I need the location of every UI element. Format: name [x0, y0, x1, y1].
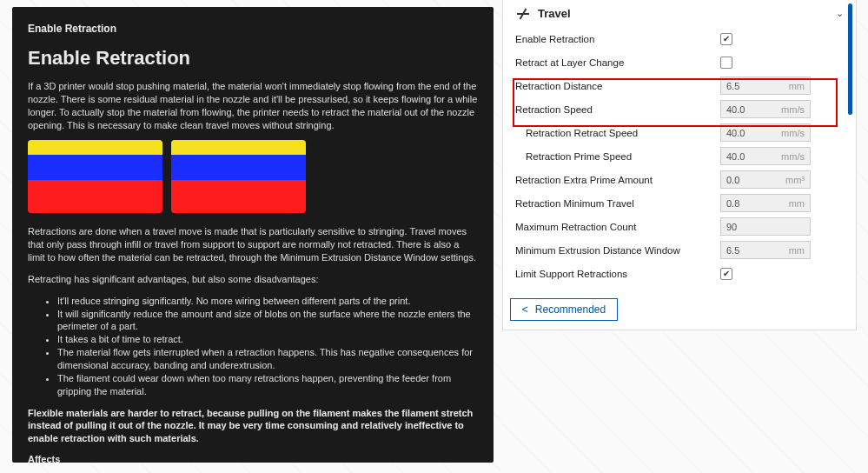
recommended-button[interactable]: < Recommended [510, 298, 618, 321]
tooltip-bullets: It'll reduce stringing significantly. No… [57, 295, 478, 398]
setting-unit: mm [789, 81, 805, 91]
chevron-down-icon: ⌄ [836, 8, 844, 19]
tooltip-bullet: It takes a bit of time to retract. [57, 333, 478, 346]
setting-value: 90 [726, 222, 737, 232]
setting-checkbox[interactable] [720, 57, 732, 69]
setting-field[interactable]: 90 [720, 217, 811, 236]
setting-checkbox[interactable] [720, 268, 732, 280]
setting-unit: mm/s [781, 151, 805, 162]
setting-name: Minimum Extrusion Distance Window [515, 245, 720, 256]
tooltip-crumb: Enable Retraction [28, 23, 478, 35]
setting-field[interactable]: 0.0mm³ [720, 170, 811, 189]
setting-name: Retraction Speed [515, 104, 720, 115]
setting-value: 0.0 [726, 175, 739, 185]
recommended-label: Recommended [535, 303, 606, 316]
setting-value: 40.0 [726, 151, 745, 162]
settings-rows: Enable RetractionRetract at Layer Change… [503, 25, 856, 290]
setting-name: Maximum Retraction Count [515, 222, 720, 232]
settings-panel: Travel ⌄ Enable RetractionRetract at Lay… [502, 0, 857, 330]
setting-row: Retraction Minimum Travel0.8mm [503, 191, 856, 215]
tooltip-bullet: It'll reduce stringing significantly. No… [57, 295, 478, 308]
travel-icon [515, 8, 531, 20]
tooltip-bullet: The material flow gets interrupted when … [57, 346, 478, 372]
tooltip-illustration [28, 140, 306, 213]
setting-unit: mm³ [785, 175, 805, 185]
setting-name: Enable Retraction [515, 34, 720, 44]
setting-name: Retraction Prime Speed [515, 151, 720, 162]
setting-value: 40.0 [726, 128, 745, 138]
setting-name: Retract at Layer Change [515, 57, 720, 68]
setting-row: Retract at Layer Change [503, 50, 856, 74]
setting-value: 6.5 [726, 245, 739, 256]
setting-row: Retraction Distance6.5mm [503, 74, 856, 97]
setting-field[interactable]: 0.8mm [720, 194, 811, 212]
setting-name: Retraction Extra Prime Amount [515, 175, 720, 185]
setting-unit: mm/s [781, 128, 805, 138]
tooltip-bullet: The filament could wear down when too ma… [57, 372, 478, 398]
tooltip-title: Enable Retraction [28, 47, 478, 70]
setting-row: Retraction Retract Speed40.0mm/s [503, 121, 856, 144]
setting-name: Retraction Minimum Travel [515, 198, 720, 209]
setting-field[interactable]: 6.5mm [720, 241, 811, 259]
illustration-part [171, 140, 306, 213]
setting-row: Minimum Extrusion Distance Window6.5mm [503, 238, 856, 262]
setting-row: Retraction Extra Prime Amount0.0mm³ [503, 168, 856, 191]
setting-checkbox[interactable] [720, 33, 732, 45]
tooltip-affects-heading: Affects [28, 454, 478, 463]
setting-unit: mm/s [781, 104, 805, 115]
setting-unit: mm [789, 245, 805, 256]
setting-row: Retraction Prime Speed40.0mm/s [503, 144, 856, 168]
setting-name: Retraction Distance [515, 81, 720, 91]
setting-value: 40.0 [726, 104, 745, 115]
setting-value: 6.5 [726, 81, 739, 91]
setting-field[interactable]: 40.0mm/s [720, 123, 811, 142]
tooltip-para-4: Flexible materials are harder to retract… [28, 407, 478, 446]
build-plate-bg-under-panel [502, 330, 868, 473]
section-title: Travel [538, 7, 571, 20]
tooltip-para-3: Retracting has significant advantages, b… [28, 273, 478, 286]
setting-row: Limit Support Retractions [503, 262, 856, 285]
illustration-part [28, 140, 162, 213]
setting-name: Limit Support Retractions [515, 269, 720, 279]
help-tooltip: Enable Retraction Enable Retraction If a… [12, 7, 494, 463]
setting-field[interactable]: 40.0mm/s [720, 100, 811, 118]
setting-row: Retraction Speed40.0mm/s [503, 97, 856, 121]
chevron-left-icon: < [522, 303, 528, 316]
setting-field[interactable]: 6.5mm [720, 77, 811, 95]
tooltip-para-2: Retractions are done when a travel move … [28, 225, 478, 264]
tooltip-bullet: It will significantly reduce the amount … [57, 308, 478, 334]
setting-row: Maximum Retraction Count90 [503, 215, 856, 238]
section-header-travel[interactable]: Travel ⌄ [503, 0, 856, 25]
setting-value: 0.8 [726, 198, 739, 209]
setting-name: Retraction Retract Speed [515, 128, 720, 138]
tooltip-para-1: If a 3D printer would stop pushing mater… [28, 80, 478, 131]
setting-row: Enable Retraction [503, 27, 856, 50]
setting-field[interactable]: 40.0mm/s [720, 147, 811, 165]
setting-unit: mm [789, 198, 805, 209]
